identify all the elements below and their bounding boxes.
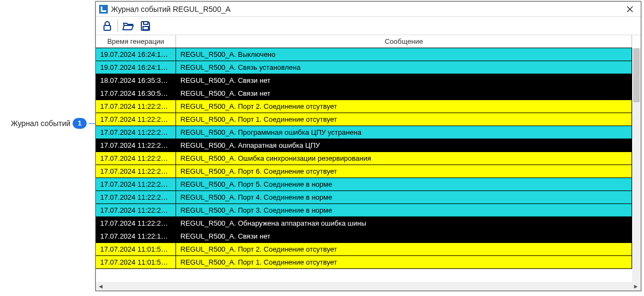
table-row[interactable]: 17.07.2024 11:22:27.841REGUL_R500_A. Пор… xyxy=(96,113,632,126)
svg-rect-2 xyxy=(143,27,148,30)
table-row[interactable]: 17.07.2024 11:22:27.841REGUL_R500_A. Оши… xyxy=(96,152,632,165)
table-row[interactable]: 19.07.2024 16:24:17.456REGUL_R500_A. Вык… xyxy=(96,48,632,61)
cell-message: REGUL_R500_A. Порт 2. Соединение отсутву… xyxy=(176,100,632,113)
open-button[interactable] xyxy=(121,19,135,33)
cell-time: 17.07.2024 16:30:59.402 xyxy=(96,87,176,100)
table-row[interactable]: 17.07.2024 11:22:15.515REGUL_R500_A. Свя… xyxy=(96,230,632,243)
cell-time: 17.07.2024 11:22:27.841 xyxy=(96,139,176,152)
cell-time: 17.07.2024 11:22:27.841 xyxy=(96,217,176,229)
event-grid: Время генерации Сообщение 19.07.2024 16:… xyxy=(96,35,641,291)
save-icon xyxy=(140,21,151,31)
table-row[interactable]: 17.07.2024 11:22:27.841REGUL_R500_A. Пор… xyxy=(96,191,632,204)
toolbar-divider xyxy=(118,20,118,32)
grid-rows[interactable]: 19.07.2024 16:24:17.456REGUL_R500_A. Вык… xyxy=(96,48,632,282)
vertical-scroll-thumb[interactable] xyxy=(633,48,640,102)
cell-message: REGUL_R500_A. Аппаратная ошибка ЦПУ xyxy=(176,139,632,152)
cell-message: REGUL_R500_A. Порт 2. Соединение отсутву… xyxy=(176,243,632,255)
table-row[interactable]: 19.07.2024 16:24:17.456REGUL_R500_A. Свя… xyxy=(96,61,632,74)
vertical-scrollbar[interactable] xyxy=(632,48,641,282)
cell-time: 19.07.2024 16:24:17.456 xyxy=(96,61,176,74)
cell-message: REGUL_R500_A. Выключено xyxy=(176,48,632,61)
cell-time: 17.07.2024 11:01:51.218 xyxy=(96,256,176,268)
cell-message: REGUL_R500_A. Обнаружена аппаратная ошиб… xyxy=(176,217,632,229)
cell-message: REGUL_R500_A. Ошибка синхронизации резер… xyxy=(176,152,632,165)
col-header-message[interactable]: Сообщение xyxy=(176,35,632,48)
cell-message: REGUL_R500_A. Порт 1. Соединение отсутву… xyxy=(176,256,632,268)
cell-time: 19.07.2024 16:24:17.456 xyxy=(96,48,176,61)
cell-time: 17.07.2024 11:22:27.841 xyxy=(96,204,176,216)
toolbar xyxy=(96,17,641,35)
grid-header-row: Время генерации Сообщение xyxy=(96,35,641,48)
annotation-badge: 1 xyxy=(73,118,87,129)
col-header-time[interactable]: Время генерации xyxy=(96,35,176,48)
table-row[interactable]: 17.07.2024 11:22:27.841REGUL_R500_A. Пор… xyxy=(96,204,632,217)
cell-message: REGUL_R500_A. Связи нет xyxy=(176,87,632,100)
cell-message: REGUL_R500_A. Порт 6. Соединение отсутву… xyxy=(176,165,632,177)
table-row[interactable]: 17.07.2024 11:22:27.841REGUL_R500_A. Про… xyxy=(96,126,632,139)
table-row[interactable]: 17.07.2024 16:30:59.402REGUL_R500_A. Свя… xyxy=(96,87,632,100)
window-title: Журнал событий REGUL_R500_A xyxy=(111,5,622,14)
lock-icon xyxy=(102,21,113,31)
svg-rect-0 xyxy=(104,25,110,30)
titlebar: Журнал событий REGUL_R500_A xyxy=(96,2,641,17)
folder-icon xyxy=(122,21,134,31)
save-button[interactable] xyxy=(139,19,153,33)
cell-message: REGUL_R500_A. Порт 5. Соединение в норме xyxy=(176,178,632,190)
svg-rect-1 xyxy=(144,22,148,24)
hscroll-right-arrow[interactable]: ► xyxy=(632,283,640,290)
table-row[interactable]: 18.07.2024 16:35:39.962REGUL_R500_A. Свя… xyxy=(96,74,632,87)
cell-time: 18.07.2024 16:35:39.962 xyxy=(96,74,176,87)
cell-time: 17.07.2024 11:22:27.841 xyxy=(96,165,176,177)
table-row[interactable]: 17.07.2024 11:22:27.841REGUL_R500_A. Пор… xyxy=(96,165,632,178)
hscroll-left-arrow[interactable]: ◄ xyxy=(97,283,105,290)
grid-body: 19.07.2024 16:24:17.456REGUL_R500_A. Вык… xyxy=(96,48,641,282)
cell-message: REGUL_R500_A. Связи нет xyxy=(176,74,632,87)
cell-time: 17.07.2024 11:22:27.841 xyxy=(96,126,176,139)
cell-message: REGUL_R500_A. Порт 4. Соединение в норме xyxy=(176,191,632,203)
cell-message: REGUL_R500_A. Порт 1. Соединение отсутву… xyxy=(176,113,632,126)
cell-message: REGUL_R500_A. Программная ошибка ЦПУ уст… xyxy=(176,126,632,139)
table-row[interactable]: 17.07.2024 11:22:27.841REGUL_R500_A. Пор… xyxy=(96,178,632,191)
table-row[interactable]: 17.07.2024 11:01:51.218REGUL_R500_A. Пор… xyxy=(96,243,632,256)
cell-time: 17.07.2024 11:22:15.515 xyxy=(96,230,176,242)
cell-time: 17.07.2024 11:22:27.841 xyxy=(96,178,176,190)
annotation: Журнал событий 1 xyxy=(11,118,101,129)
cell-time: 17.07.2024 11:01:51.218 xyxy=(96,243,176,255)
cell-time: 17.07.2024 11:22:27.841 xyxy=(96,152,176,165)
cell-message: REGUL_R500_A. Порт 3. Соединение в норме xyxy=(176,204,632,216)
lock-button[interactable] xyxy=(100,19,114,33)
annotation-label: Журнал событий xyxy=(11,119,70,128)
close-button[interactable] xyxy=(622,3,638,15)
table-row[interactable]: 17.07.2024 11:22:27.841REGUL_R500_A. Апп… xyxy=(96,139,632,152)
cell-time: 17.07.2024 11:22:27.841 xyxy=(96,191,176,203)
table-row[interactable]: 17.07.2024 11:22:27.841REGUL_R500_A. Обн… xyxy=(96,217,632,230)
app-icon xyxy=(99,5,108,14)
table-row[interactable]: 17.07.2024 11:22:27.841REGUL_R500_A. Пор… xyxy=(96,100,632,113)
cell-message: REGUL_R500_A. Связь установлена xyxy=(176,61,632,74)
event-journal-window: Журнал событий REGUL_R500_A xyxy=(95,1,641,291)
table-row[interactable]: 17.07.2024 11:01:51.218REGUL_R500_A. Пор… xyxy=(96,256,632,269)
cell-message: REGUL_R500_A. Связи нет xyxy=(176,230,632,242)
horizontal-scrollbar[interactable]: ◄ ► xyxy=(96,282,641,291)
close-icon xyxy=(627,6,633,12)
cell-time: 17.07.2024 11:22:27.841 xyxy=(96,100,176,113)
cell-time: 17.07.2024 11:22:27.841 xyxy=(96,113,176,126)
